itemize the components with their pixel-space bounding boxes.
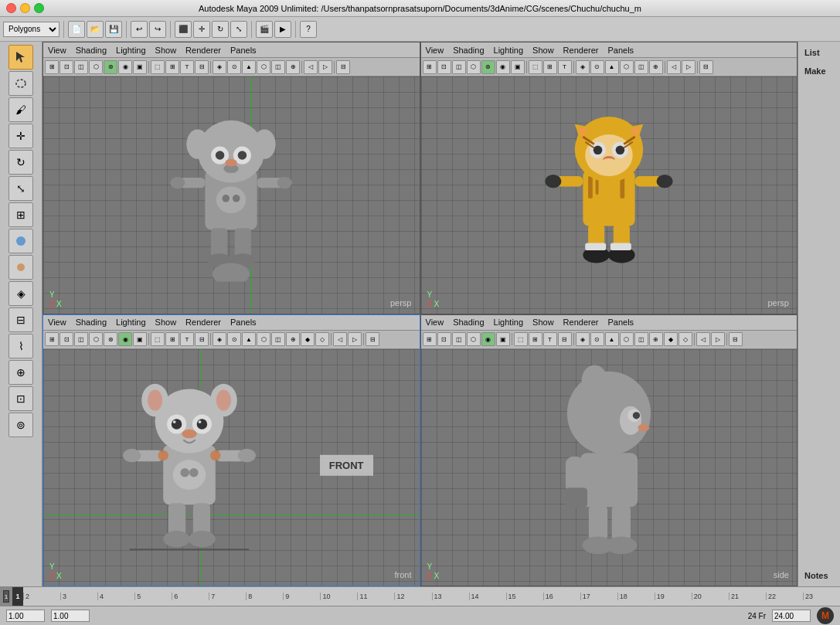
vp-tr-tb-3[interactable]: ◫ [452,60,466,74]
maximize-button[interactable] [34,3,44,13]
vp-menu-lighting-tr[interactable]: Lighting [492,46,525,55]
vp-bl-tb-4[interactable]: ⬡ [89,332,103,346]
vp-tb-btn-14[interactable]: ▲ [242,60,256,74]
vp-bl-tb-5[interactable]: ⊛ [104,332,117,346]
vp-menu-view-br[interactable]: View [424,318,446,327]
vp-tb-btn-9[interactable]: ⊞ [165,60,179,74]
vp-br-tb-21[interactable]: ⊟ [729,332,743,346]
vp-bl-tb-9[interactable]: ⊞ [165,332,179,346]
vp-br-tb-14[interactable]: ⬡ [620,332,634,346]
vp-tr-tb-11[interactable]: ◈ [576,60,590,74]
vp-menu-renderer-br[interactable]: Renderer [562,318,600,327]
help-btn[interactable]: ? [300,21,317,38]
viewport-front[interactable]: View Shading Lighting Show Renderer Pane… [43,314,420,587]
vp-tb-btn-11[interactable]: ⊟ [195,60,209,74]
vp-menu-show-tl[interactable]: Show [154,46,179,55]
vp-menu-show-tr[interactable]: Show [531,46,556,55]
vp-tr-tb-1[interactable]: ⊞ [423,60,437,74]
vp-tr-tb-6[interactable]: ◉ [496,60,510,74]
vp-menu-panels-bl[interactable]: Panels [229,318,258,327]
vp-br-tb-19[interactable]: ◁ [696,332,710,346]
tl-frames[interactable]: 1 2 3 4 5 6 7 8 9 10 11 12 13 14 15 16 1… [12,587,840,606]
vp-tb-btn-2[interactable]: ⊡ [60,60,73,74]
open-scene-btn[interactable]: 📂 [87,21,104,38]
vp-br-tb-7[interactable]: ⬚ [514,332,528,346]
vp-tb-btn-17[interactable]: ⊕ [286,60,300,74]
vp-bl-tb-12[interactable]: ◈ [213,332,226,346]
vp-tr-tb-8[interactable]: ⬚ [529,60,542,74]
close-button[interactable] [6,3,16,13]
select-tool-btn[interactable] [9,45,33,70]
vp-tr-tb-15[interactable]: ◫ [634,60,648,74]
vp-menu-panels-br[interactable]: Panels [606,318,635,327]
vp-br-tb-15[interactable]: ◫ [634,332,648,346]
scale-btn[interactable]: ⤡ [230,21,247,38]
scale-tool-btn[interactable]: ⤡ [9,176,33,201]
vp-bl-tb-8[interactable]: ⬚ [151,332,165,346]
vp-bl-tb-21[interactable]: ▷ [348,332,362,346]
vp-tb-btn-18[interactable]: ◁ [304,60,318,74]
vp-menu-renderer-bl[interactable]: Renderer [184,318,223,327]
vp-br-tb-6[interactable]: ▣ [496,332,510,346]
vp-tb-btn-15[interactable]: ⬡ [257,60,270,74]
vp-tr-tb-12[interactable]: ⊙ [590,60,604,74]
rotate-tool-btn[interactable]: ↻ [9,150,33,175]
snap-point-btn[interactable]: ⊕ [9,360,33,385]
paint-select-btn[interactable]: 🖌 [9,97,33,122]
vp-br-tb-16[interactable]: ⊕ [649,332,663,346]
vp-content-tr[interactable]: YZ X persp [421,76,797,314]
viewport-persp-left[interactable]: View Shading Lighting Show Renderer Pane… [43,42,420,314]
tl-current-frame-block[interactable]: 1 [3,590,9,603]
vp-bl-tb-13[interactable]: ⊙ [227,332,241,346]
vp-br-tb-17[interactable]: ◆ [664,332,678,346]
vp-bl-tb-1[interactable]: ⊞ [45,332,59,346]
vp-br-tb-12[interactable]: ⊙ [590,332,604,346]
vp-bl-tb-11[interactable]: ⊟ [195,332,209,346]
vp-bl-tb-19[interactable]: ◇ [315,332,329,346]
vp-menu-panels-tl[interactable]: Panels [229,46,258,55]
vp-tr-tb-10[interactable]: T [558,60,572,74]
vp-tb-btn-13[interactable]: ⊙ [227,60,241,74]
rotate-btn[interactable]: ↻ [212,21,229,38]
vp-menu-shading-tl[interactable]: Shading [74,46,108,55]
frame-end-input[interactable] [772,610,811,622]
vp-tb-btn-4[interactable]: ⬡ [89,60,103,74]
vp-tb-btn-10[interactable]: T [180,60,194,74]
gimbal-btn[interactable]: ⊚ [9,413,33,437]
undo-btn[interactable]: ↩ [131,21,148,38]
vp-tr-tb-13[interactable]: ▲ [605,60,619,74]
vp-tr-tb-14[interactable]: ⬡ [620,60,634,74]
save-scene-btn[interactable]: 💾 [105,21,122,38]
vp-tr-tb-9[interactable]: ⊞ [543,60,557,74]
vp-bl-tb-18[interactable]: ◆ [301,332,315,346]
vp-tr-tb-5[interactable]: ⊛ [481,60,495,74]
vp-menu-show-br[interactable]: Show [531,318,556,327]
vp-br-tb-1[interactable]: ⊞ [423,332,437,346]
snap-curve-btn[interactable]: ⌇ [9,334,33,358]
move-tool-btn[interactable]: ✛ [9,124,33,148]
vp-bl-tb-7[interactable]: ▣ [133,332,147,346]
vp-bl-tb-15[interactable]: ⬡ [257,332,270,346]
vp-menu-renderer-tr[interactable]: Renderer [562,46,600,55]
viewport-persp-right[interactable]: View Shading Lighting Show Renderer Pane… [420,42,798,314]
vp-menu-shading-tr[interactable]: Shading [451,46,485,55]
vp-menu-lighting-tl[interactable]: Lighting [114,46,148,55]
translate-y-input[interactable] [51,610,90,622]
universal-manip-btn[interactable]: ⊞ [9,202,33,227]
vp-content-tl[interactable]: YZ X persp [43,76,420,314]
vp-br-tb-8[interactable]: ⊞ [529,332,542,346]
vp-menu-view-tr[interactable]: View [424,46,446,55]
vp-tb-btn-16[interactable]: ◫ [271,60,285,74]
vp-tb-btn-19[interactable]: ▷ [318,60,332,74]
vp-tr-tb-7[interactable]: ▣ [511,60,525,74]
vp-br-tb-10[interactable]: ⊟ [558,332,572,346]
vp-tr-tb-2[interactable]: ⊡ [437,60,451,74]
vp-bl-tb-10[interactable]: T [180,332,194,346]
vp-bl-tb-14[interactable]: ▲ [242,332,256,346]
vp-menu-view-tl[interactable]: View [46,46,68,55]
redo-btn[interactable]: ↪ [149,21,166,38]
snap-grid-btn[interactable]: ⊟ [9,307,33,332]
vp-tb-btn-7[interactable]: ▣ [133,60,147,74]
vp-tr-tb-18[interactable]: ▷ [682,60,695,74]
vp-br-tb-2[interactable]: ⊡ [437,332,451,346]
